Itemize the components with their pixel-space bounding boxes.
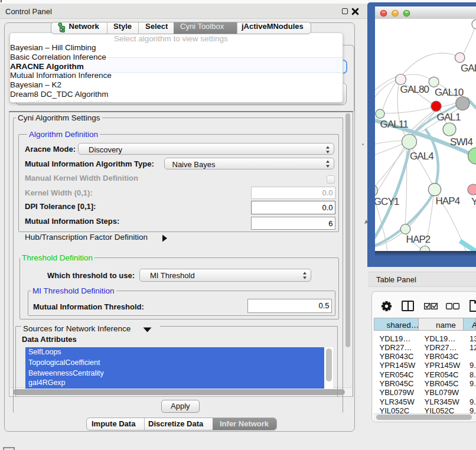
svg-text:GAL11: GAL11 bbox=[380, 119, 409, 130]
svg-text:HAP4: HAP4 bbox=[435, 195, 459, 207]
svg-text:SWI4: SWI4 bbox=[450, 136, 472, 148]
svg-text:HAP2: HAP2 bbox=[406, 234, 431, 245]
svg-text:GCY1: GCY1 bbox=[375, 196, 399, 207]
svg-text:GAL10: GAL10 bbox=[435, 87, 464, 98]
svg-text:GAL80: GAL80 bbox=[400, 84, 429, 95]
svg-text:GAL7: GAL7 bbox=[461, 63, 476, 74]
svg-text:GAL1: GAL1 bbox=[437, 112, 461, 123]
svg-text:Y: Y bbox=[471, 196, 476, 207]
svg-text:GAL4: GAL4 bbox=[410, 151, 433, 162]
